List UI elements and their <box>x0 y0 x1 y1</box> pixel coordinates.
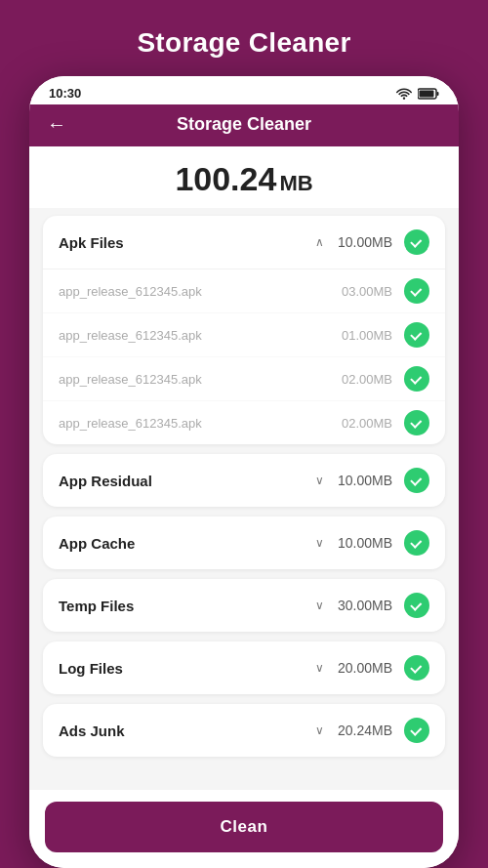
sub-item-check-icon <box>404 410 429 435</box>
category-size-apk-files: 10.00MB <box>324 234 392 250</box>
check-icon-app-residual <box>404 468 429 493</box>
list-item[interactable]: app_release_612345.apk02.00MB <box>43 401 445 444</box>
category-size-temp-files: 30.00MB <box>324 598 392 613</box>
sub-items-apk-files: app_release_612345.apk03.00MBapp_release… <box>43 269 445 444</box>
svg-rect-2 <box>420 90 434 97</box>
check-icon-ads-junk <box>404 718 429 743</box>
category-toggle-log-files: ∨ <box>315 661 324 675</box>
check-icon-temp-files <box>404 593 429 618</box>
svg-rect-1 <box>437 92 439 96</box>
battery-icon <box>418 88 439 100</box>
sub-item-size: 02.00MB <box>334 416 392 431</box>
status-time: 10:30 <box>49 86 81 101</box>
sub-item-size: 03.00MB <box>334 284 392 299</box>
page-title: Storage Cleaner <box>137 27 350 59</box>
sub-item-size: 01.00MB <box>334 328 392 343</box>
category-name-app-cache: App Cache <box>59 535 309 552</box>
card-ads-junk: Ads Junk ∨20.24MB <box>43 704 445 757</box>
list-item[interactable]: app_release_612345.apk02.00MB <box>43 357 445 401</box>
sub-item-name: app_release_612345.apk <box>59 284 334 299</box>
wifi-icon <box>395 87 413 100</box>
status-icons <box>395 87 439 100</box>
check-icon-log-files <box>404 655 429 681</box>
category-row-ads-junk[interactable]: Ads Junk ∨20.24MB <box>43 704 445 757</box>
category-size-app-cache: 10.00MB <box>324 535 392 551</box>
category-toggle-app-cache: ∨ <box>315 536 324 550</box>
card-log-files: Log Files ∨20.00MB <box>43 641 445 694</box>
card-temp-files: Temp Files ∨30.00MB <box>43 579 445 632</box>
content-scroll: Apk Files ∧10.00MBapp_release_612345.apk… <box>29 208 459 790</box>
total-size-unit: MB <box>279 171 312 195</box>
category-name-app-residual: App Residual <box>59 473 309 489</box>
list-item[interactable]: app_release_612345.apk01.00MB <box>43 313 445 357</box>
sub-item-check-icon <box>404 322 429 348</box>
app-header: ← Storage Cleaner <box>29 104 459 146</box>
category-row-apk-files[interactable]: Apk Files ∧10.00MB <box>43 216 445 269</box>
category-name-temp-files: Temp Files <box>59 598 309 614</box>
phone-frame: 10:30 ← Storage Cleaner 100.24MB Apk Fil… <box>29 76 459 868</box>
back-button[interactable]: ← <box>47 113 66 136</box>
sub-item-name: app_release_612345.apk <box>59 328 334 343</box>
category-toggle-temp-files: ∨ <box>315 599 324 612</box>
category-toggle-ads-junk: ∨ <box>315 723 324 737</box>
sub-item-size: 02.00MB <box>334 372 392 387</box>
category-toggle-app-residual: ∨ <box>315 474 324 487</box>
status-bar: 10:30 <box>29 76 459 104</box>
card-app-cache: App Cache ∨10.00MB <box>43 517 445 569</box>
card-apk-files: Apk Files ∧10.00MBapp_release_612345.apk… <box>43 216 445 444</box>
total-size-container: 100.24MB <box>29 146 459 208</box>
category-row-log-files[interactable]: Log Files ∨20.00MB <box>43 641 445 694</box>
category-row-temp-files[interactable]: Temp Files ∨30.00MB <box>43 579 445 632</box>
category-toggle-apk-files: ∧ <box>315 235 324 249</box>
category-row-app-cache[interactable]: App Cache ∨10.00MB <box>43 517 445 569</box>
clean-button[interactable]: Clean <box>45 802 443 852</box>
header-title: Storage Cleaner <box>177 114 311 135</box>
card-app-residual: App Residual ∨10.00MB <box>43 454 445 507</box>
total-size-number: 100.24 <box>175 160 276 197</box>
sub-item-check-icon <box>404 366 429 392</box>
sub-item-name: app_release_612345.apk <box>59 416 334 431</box>
sub-item-name: app_release_612345.apk <box>59 372 334 387</box>
category-size-ads-junk: 20.24MB <box>324 723 392 738</box>
category-name-apk-files: Apk Files <box>59 234 309 251</box>
category-row-app-residual[interactable]: App Residual ∨10.00MB <box>43 454 445 507</box>
clean-btn-container: Clean <box>29 790 459 868</box>
category-name-ads-junk: Ads Junk <box>59 723 309 739</box>
list-item[interactable]: app_release_612345.apk03.00MB <box>43 269 445 313</box>
category-size-app-residual: 10.00MB <box>324 473 392 488</box>
category-size-log-files: 20.00MB <box>324 660 392 676</box>
check-icon-apk-files <box>404 229 429 255</box>
category-name-log-files: Log Files <box>59 660 309 677</box>
sub-item-check-icon <box>404 278 429 304</box>
check-icon-app-cache <box>404 530 429 556</box>
